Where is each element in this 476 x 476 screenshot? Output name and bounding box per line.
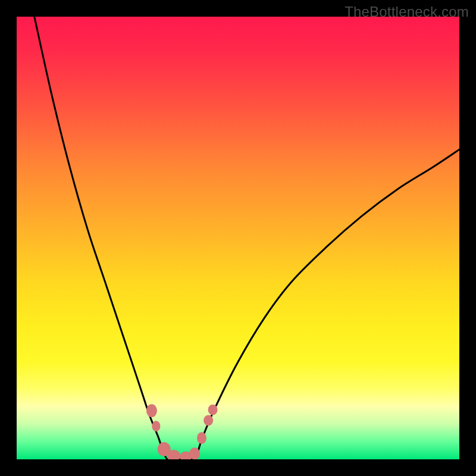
plot-area: [17, 17, 459, 459]
data-marker: [152, 421, 160, 431]
data-marker: [208, 405, 218, 415]
curve-right: [194, 149, 459, 459]
data-marker: [189, 447, 200, 459]
data-marker: [146, 404, 157, 417]
curve-left: [35, 17, 172, 459]
chart-frame: TheBottleneck.com: [0, 0, 476, 476]
data-marker: [197, 432, 206, 444]
watermark-text: TheBottleneck.com: [345, 4, 469, 20]
data-marker: [203, 415, 213, 426]
chart-svg: [17, 17, 459, 459]
